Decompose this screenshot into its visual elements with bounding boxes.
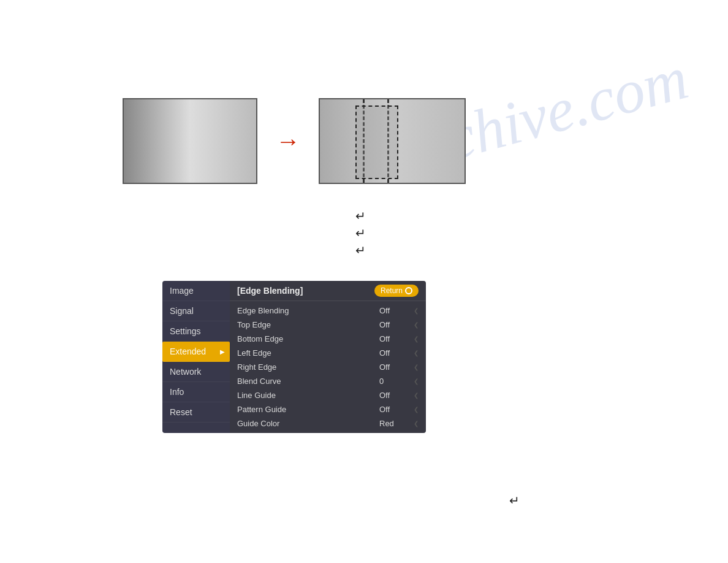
- osd-row-arrow-8: ❮: [414, 420, 419, 427]
- osd-rows: Edge Blending Off ❮ Top Edge Off ❮ Botto…: [230, 301, 426, 433]
- osd-menu: Image Signal Settings Extended Network I…: [162, 281, 426, 433]
- enter-symbol-1: ↵: [355, 209, 366, 223]
- enter-symbol-3: ↵: [355, 243, 366, 258]
- return-circle-icon: [405, 287, 412, 294]
- return-label: Return: [381, 286, 403, 295]
- osd-row-guide-color[interactable]: Guide Color Red ❮: [230, 416, 426, 431]
- osd-row-arrow-3: ❮: [414, 350, 419, 356]
- osd-row-arrow-1: ❮: [414, 321, 419, 328]
- osd-row-label-guide-color: Guide Color: [237, 419, 379, 428]
- osd-row-arrow-6: ❮: [414, 392, 419, 399]
- osd-row-arrow-0: ❮: [414, 307, 419, 314]
- enter-symbol-bottom-right: ↵: [509, 493, 520, 508]
- osd-row-pattern-guide[interactable]: Pattern Guide Off ❮: [230, 402, 426, 416]
- osd-row-label-top-edge: Top Edge: [237, 320, 379, 329]
- osd-row-value-right-edge: Off: [379, 362, 410, 372]
- sidebar-item-signal[interactable]: Signal: [162, 301, 230, 321]
- sidebar-item-reset[interactable]: Reset: [162, 402, 230, 423]
- osd-panel-title: [Edge Blending]: [237, 286, 303, 296]
- enter-symbols-group: ↵ ↵ ↵: [355, 209, 366, 260]
- osd-row-arrow-5: ❮: [414, 378, 419, 385]
- overlap-region: [355, 105, 398, 179]
- osd-row-top-edge[interactable]: Top Edge Off ❮: [230, 318, 426, 332]
- osd-row-value-bottom-edge: Off: [379, 334, 410, 343]
- osd-row-value-pattern-guide: Off: [379, 405, 410, 414]
- osd-row-arrow-7: ❮: [414, 406, 419, 413]
- multi-screen-diagram: [319, 98, 466, 184]
- sidebar-item-settings[interactable]: Settings: [162, 321, 230, 342]
- osd-sidebar: Image Signal Settings Extended Network I…: [162, 281, 230, 433]
- osd-content-panel: [Edge Blending] Return Edge Blending Off…: [230, 281, 426, 433]
- osd-row-label-right-edge: Right Edge: [237, 362, 379, 372]
- osd-row-arrow-2: ❮: [414, 335, 419, 342]
- osd-row-label-blend-curve: Blend Curve: [237, 377, 379, 386]
- osd-row-line-guide[interactable]: Line Guide Off ❮: [230, 388, 426, 402]
- osd-row-bottom-edge[interactable]: Bottom Edge Off ❮: [230, 332, 426, 346]
- osd-row-value-top-edge: Off: [379, 320, 410, 329]
- osd-header: [Edge Blending] Return: [230, 281, 426, 301]
- osd-row-label-line-guide: Line Guide: [237, 391, 379, 400]
- osd-row-right-edge[interactable]: Right Edge Off ❮: [230, 360, 426, 374]
- osd-row-blend-curve[interactable]: Blend Curve 0 ❮: [230, 374, 426, 388]
- osd-row-arrow-4: ❮: [414, 364, 419, 370]
- osd-row-label-bottom-edge: Bottom Edge: [237, 334, 379, 343]
- osd-row-left-edge[interactable]: Left Edge Off ❮: [230, 346, 426, 360]
- osd-row-edge-blending[interactable]: Edge Blending Off ❮: [230, 304, 426, 318]
- osd-row-value-left-edge: Off: [379, 348, 410, 358]
- osd-row-label-pattern-guide: Pattern Guide: [237, 405, 379, 414]
- enter-symbol-2: ↵: [355, 226, 366, 240]
- osd-row-value-line-guide: Off: [379, 391, 410, 400]
- osd-row-value-edge-blending: Off: [379, 306, 410, 315]
- osd-return-button[interactable]: Return: [374, 285, 419, 297]
- sidebar-item-info[interactable]: Info: [162, 382, 230, 402]
- osd-row-label-left-edge: Left Edge: [237, 348, 379, 358]
- osd-row-value-blend-curve: 0: [379, 377, 410, 386]
- sidebar-item-image[interactable]: Image: [162, 281, 230, 301]
- illustration-area: →: [123, 98, 466, 184]
- osd-row-label-edge-blending: Edge Blending: [237, 306, 379, 315]
- sidebar-item-extended[interactable]: Extended: [162, 342, 230, 362]
- sidebar-item-network[interactable]: Network: [162, 362, 230, 382]
- single-screen-diagram: [123, 98, 257, 184]
- osd-row-value-guide-color: Red: [379, 419, 410, 428]
- arrow-right-icon: →: [276, 128, 300, 155]
